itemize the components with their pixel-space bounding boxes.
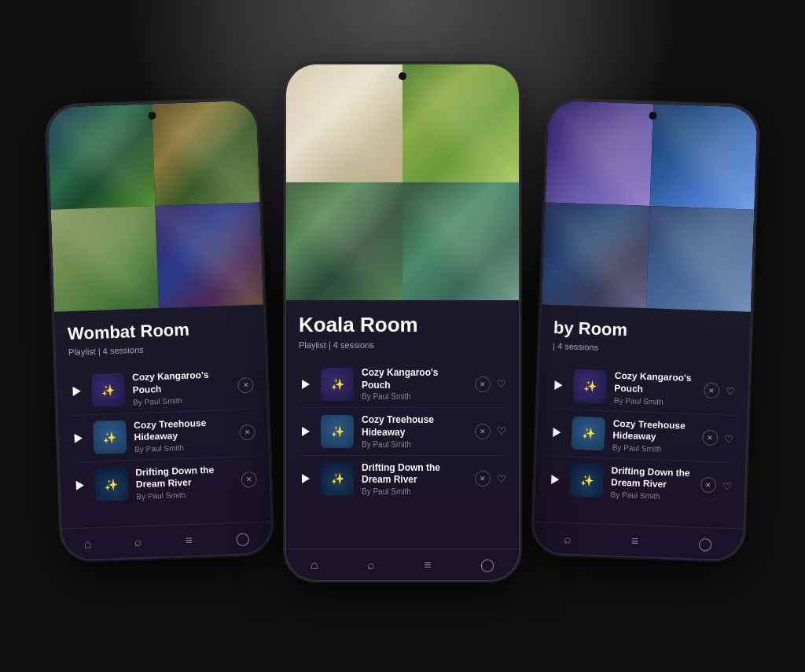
track-item: Cozy Treehouse Hideaway By Paul Smith ✕ …: [299, 408, 506, 455]
search-icon[interactable]: ⌕: [367, 558, 375, 572]
track-actions: ✕ ♡: [475, 424, 506, 439]
play-button[interactable]: [73, 479, 88, 494]
bottom-navigation-right: ⌕ ≡ ◯: [533, 521, 743, 560]
playlist-icon[interactable]: ≡: [631, 534, 639, 548]
play-button[interactable]: [299, 377, 313, 391]
profile-icon[interactable]: ◯: [236, 531, 251, 546]
phone-left: Wombat Room Playlist | 4 sessions Cozy K…: [46, 98, 274, 561]
favorite-button[interactable]: ♡: [497, 473, 506, 485]
grid-cell-2: [152, 101, 259, 207]
track-name: Cozy Treehouse Hideaway: [612, 417, 695, 445]
play-button[interactable]: [550, 425, 564, 440]
home-icon[interactable]: ⌂: [311, 558, 318, 572]
track-name: Cozy Kangaroo's Pouch: [614, 370, 697, 398]
track-artist: By Paul Smith: [612, 442, 694, 454]
track-actions: ✕ ♡: [475, 471, 506, 487]
album-art-grid-center: [286, 64, 519, 300]
track-name: Drifting Down the Dream River: [135, 464, 233, 491]
track-artist: By Paul Smith: [362, 392, 467, 401]
play-button[interactable]: [69, 384, 84, 398]
play-button[interactable]: [299, 472, 313, 486]
track-info: Cozy Kangaroo's Pouch By Paul Smith: [362, 367, 467, 401]
track-thumbnail: [321, 462, 354, 495]
scene: Wombat Room Playlist | 4 sessions Cozy K…: [0, 0, 805, 672]
track-artist: By Paul Smith: [362, 487, 467, 496]
track-name: Drifting Down the Dream River: [611, 465, 693, 492]
playlist-subtitle: Playlist | 4 sessions: [68, 341, 252, 357]
track-name: Drifting Down the Dream River: [362, 462, 467, 487]
track-thumbnail: [573, 369, 607, 403]
search-icon[interactable]: ⌕: [134, 534, 143, 549]
favorite-button[interactable]: ♡: [497, 425, 506, 437]
playlist-icon[interactable]: ≡: [424, 558, 431, 572]
track-info: Cozy Kangaroo's Pouch By Paul Smith: [132, 369, 230, 406]
remove-button[interactable]: ✕: [475, 471, 491, 487]
room-title: Koala Room: [299, 313, 506, 337]
room-content-center: Koala Room Playlist | 4 sessions Cozy Ka…: [286, 300, 519, 549]
bottom-navigation: ⌂ ⌕ ≡ ◯: [62, 521, 272, 560]
track-info: Drifting Down the Dream River By Paul Sm…: [610, 465, 693, 501]
remove-button[interactable]: ✕: [237, 377, 254, 394]
track-info: Cozy Treehouse Hideaway By Paul Smith: [612, 417, 695, 454]
profile-icon[interactable]: ◯: [698, 536, 713, 552]
track-name: Cozy Treehouse Hideaway: [134, 416, 232, 443]
search-icon[interactable]: ⌕: [563, 531, 572, 545]
track-thumbnail: [321, 415, 354, 448]
track-name: Cozy Kangaroo's Pouch: [132, 369, 230, 396]
favorite-button[interactable]: ♡: [726, 385, 736, 397]
play-button[interactable]: [299, 424, 313, 439]
track-item: Cozy Kangaroo's Pouch By Paul Smith ✕: [69, 362, 255, 415]
remove-button[interactable]: ✕: [239, 424, 255, 441]
track-actions: ✕ ♡: [700, 477, 733, 494]
playlist-subtitle: | 4 sessions: [553, 341, 737, 357]
camera-notch-center: [399, 72, 406, 80]
track-actions: ✕ ♡: [702, 430, 734, 446]
playlist-subtitle: Playlist | 4 sessions: [299, 340, 506, 350]
play-button[interactable]: [548, 472, 563, 487]
track-item: Drifting Down the Dream River By Paul Sm…: [547, 457, 733, 509]
favorite-button[interactable]: ♡: [724, 432, 734, 444]
play-button[interactable]: [551, 378, 566, 393]
grid-cell-3: [51, 206, 159, 312]
track-info: Cozy Kangaroo's Pouch By Paul Smith: [614, 370, 697, 407]
grid-cell-1: [546, 101, 653, 207]
album-art-grid-right: [542, 101, 758, 312]
room-title: Wombat Room: [68, 318, 252, 345]
home-icon[interactable]: ⌂: [83, 537, 91, 551]
grid-cell-2: [650, 104, 758, 210]
track-thumbnail: [570, 464, 604, 498]
remove-button[interactable]: ✕: [700, 477, 717, 494]
track-actions: ✕ ♡: [475, 376, 506, 392]
play-button[interactable]: [71, 431, 86, 446]
track-item: Cozy Treehouse Hideaway By Paul Smith ✕ …: [549, 409, 734, 462]
track-thumbnail: [321, 368, 354, 401]
grid-cell-3: [286, 182, 402, 300]
track-actions: ✕: [239, 424, 255, 441]
remove-button[interactable]: ✕: [702, 430, 719, 446]
room-title: by Room: [553, 318, 738, 345]
remove-button[interactable]: ✕: [241, 472, 257, 488]
profile-icon[interactable]: ◯: [480, 557, 494, 572]
remove-button[interactable]: ✕: [704, 383, 720, 399]
track-artist: By Paul Smith: [614, 395, 696, 407]
grid-cell-4: [402, 182, 519, 300]
remove-button[interactable]: ✕: [475, 424, 491, 439]
track-actions: ✕: [241, 472, 257, 488]
grid-cell-4: [646, 206, 754, 312]
favorite-button[interactable]: ♡: [497, 378, 506, 390]
track-item: Drifting Down the Dream River By Paul Sm…: [299, 456, 506, 502]
track-actions: ✕: [237, 377, 254, 394]
grid-cell-3: [542, 202, 649, 308]
track-info: Cozy Treehouse Hideaway By Paul Smith: [134, 416, 232, 453]
track-artist: By Paul Smith: [610, 490, 692, 502]
track-info: Drifting Down the Dream River By Paul Sm…: [135, 464, 233, 501]
phone-right: by Room | 4 sessions Cozy Kangaroo's Pou…: [531, 98, 759, 561]
bottom-navigation-center: ⌂ ⌕ ≡ ◯: [286, 549, 519, 580]
track-item: Cozy Kangaroo's Pouch By Paul Smith ✕ ♡: [550, 362, 736, 415]
grid-cell-4: [155, 202, 263, 308]
favorite-button[interactable]: ♡: [722, 479, 733, 491]
remove-button[interactable]: ✕: [475, 376, 491, 392]
track-item: Cozy Kangaroo's Pouch By Paul Smith ✕ ♡: [299, 361, 506, 408]
track-thumbnail: [94, 468, 128, 501]
playlist-icon[interactable]: ≡: [186, 533, 193, 547]
